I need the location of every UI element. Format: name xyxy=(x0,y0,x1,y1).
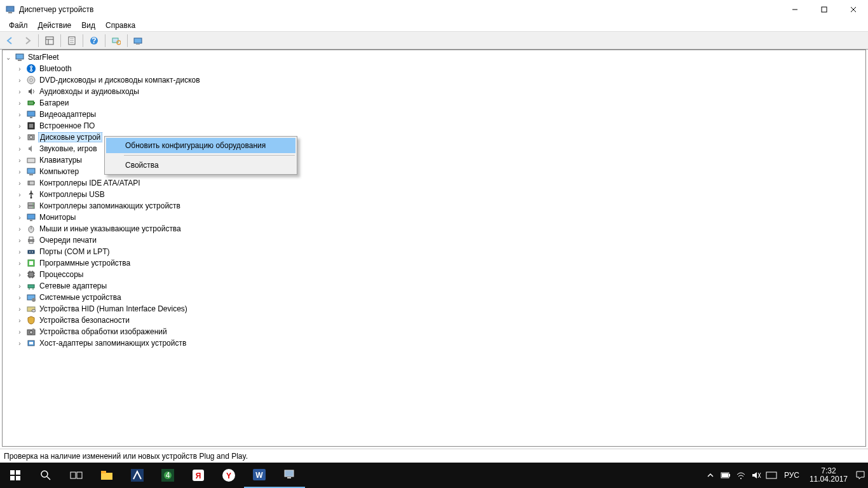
tree-category[interactable]: ›Программные устройства xyxy=(3,257,865,269)
device-tree[interactable]: ⌄StarFleet›Bluetooth›DVD-дисководы и дис… xyxy=(2,50,866,447)
chevron-right-icon[interactable]: › xyxy=(15,168,24,175)
chevron-right-icon[interactable]: › xyxy=(15,180,24,187)
tree-category[interactable]: ›Видеоадаптеры xyxy=(3,109,865,120)
tree-category[interactable]: ›Контроллеры IDE ATA/ATAPI xyxy=(3,177,865,189)
chevron-right-icon[interactable]: › xyxy=(15,294,24,301)
tray-wifi-icon[interactable] xyxy=(733,463,749,488)
forward-button[interactable] xyxy=(20,33,35,48)
chevron-right-icon[interactable]: › xyxy=(15,271,24,278)
chevron-right-icon[interactable]: › xyxy=(15,191,24,198)
taskbar-device-manager-icon[interactable] xyxy=(275,463,305,488)
scan-hardware-button[interactable] xyxy=(109,33,124,48)
tree-category[interactable]: ›Мыши и иные указывающие устройства xyxy=(3,223,865,234)
chevron-right-icon[interactable]: › xyxy=(15,306,24,313)
context-scan-hardware[interactable]: Обновить конфигурацию оборудования xyxy=(106,138,295,153)
task-view-button[interactable] xyxy=(61,463,92,488)
taskbar-app-icon[interactable]: Я xyxy=(183,463,214,488)
tree-category-label: Контроллеры запоминающих устройств xyxy=(39,201,180,210)
tree-category[interactable]: ›Устройства обработки изображений xyxy=(3,326,865,337)
svg-rect-85 xyxy=(101,471,106,473)
svg-rect-35 xyxy=(29,174,33,175)
tree-category[interactable]: ›Батареи xyxy=(3,97,865,109)
chevron-right-icon[interactable]: › xyxy=(15,283,24,290)
tree-category[interactable]: ›Процессоры xyxy=(3,269,865,280)
toolbar-separator xyxy=(127,34,128,47)
clock[interactable]: 7:32 11.04.2017 xyxy=(804,467,853,484)
svg-rect-97 xyxy=(287,477,291,478)
chevron-right-icon[interactable]: › xyxy=(15,88,24,95)
taskbar-app-icon[interactable]: 4 xyxy=(153,463,183,488)
add-legacy-hardware-button[interactable] xyxy=(131,33,146,48)
svg-point-42 xyxy=(32,207,33,207)
tray-volume-icon[interactable] xyxy=(749,463,764,488)
chevron-down-icon[interactable]: ⌄ xyxy=(4,54,13,61)
start-button[interactable] xyxy=(0,463,31,488)
svg-point-52 xyxy=(32,252,33,253)
language-indicator[interactable]: РУС xyxy=(779,471,804,480)
chevron-right-icon[interactable]: › xyxy=(15,146,24,152)
tree-category[interactable]: ›DVD-дисководы и дисководы компакт-диско… xyxy=(3,74,865,86)
chevron-right-icon[interactable]: › xyxy=(15,157,24,164)
chevron-right-icon[interactable]: › xyxy=(15,260,24,267)
menu-action[interactable]: Действие xyxy=(33,20,77,31)
tree-category[interactable]: ›Устройства безопасности xyxy=(3,315,865,326)
chevron-right-icon[interactable]: › xyxy=(15,340,24,347)
search-button[interactable] xyxy=(31,463,61,488)
chevron-right-icon[interactable]: › xyxy=(15,65,24,72)
menu-view[interactable]: Вид xyxy=(76,20,100,31)
tree-category-label: Сетевые адаптеры xyxy=(39,281,107,290)
tree-category[interactable]: ›Системные устройства xyxy=(3,292,865,303)
svg-rect-78 xyxy=(10,476,15,480)
tray-power-icon[interactable] xyxy=(718,463,733,488)
help-button[interactable]: ? xyxy=(86,33,102,48)
chevron-right-icon[interactable]: › xyxy=(15,100,24,107)
toolbar-separator xyxy=(83,34,83,47)
tree-category[interactable]: ›Аудиовходы и аудиовыходы xyxy=(3,86,865,97)
tree-category[interactable]: ›Хост-адаптеры запоминающих устройств xyxy=(3,337,865,349)
show-hide-console-tree-button[interactable] xyxy=(42,33,57,48)
cpu-icon xyxy=(26,269,36,280)
taskbar-explorer-icon[interactable] xyxy=(92,463,122,488)
chevron-right-icon[interactable]: › xyxy=(15,77,24,84)
taskbar-app-icon[interactable] xyxy=(122,463,153,488)
close-button[interactable] xyxy=(839,0,868,19)
chevron-right-icon[interactable]: › xyxy=(15,248,24,255)
tree-category[interactable]: ›Встроенное ПО xyxy=(3,120,865,132)
chevron-right-icon[interactable]: › xyxy=(15,329,24,336)
maximize-button[interactable] xyxy=(810,0,839,19)
tree-category[interactable]: ›Мониторы xyxy=(3,212,865,223)
properties-button[interactable] xyxy=(64,33,79,48)
taskbar-app-icon[interactable]: Y xyxy=(214,463,244,488)
tree-category[interactable]: ›Устройства HID (Human Interface Devices… xyxy=(3,303,865,315)
context-properties[interactable]: Свойства xyxy=(106,158,295,173)
tree-category[interactable]: ›Bluetooth xyxy=(3,63,865,74)
chevron-right-icon[interactable]: › xyxy=(15,111,24,118)
tree-category[interactable]: ›Сетевые адаптеры xyxy=(3,280,865,292)
chevron-right-icon[interactable]: › xyxy=(15,203,24,210)
chevron-right-icon[interactable]: › xyxy=(15,226,24,233)
tree-category[interactable]: ›Контроллеры USB xyxy=(3,189,865,200)
tree-root[interactable]: ⌄StarFleet xyxy=(3,51,865,63)
tree-category[interactable]: ›Контроллеры запоминающих устройств xyxy=(3,200,865,212)
chevron-right-icon[interactable]: › xyxy=(15,317,24,324)
menu-help[interactable]: Справка xyxy=(100,20,140,31)
tray-chevron-icon[interactable] xyxy=(703,463,718,488)
taskbar-word-icon[interactable]: W xyxy=(244,463,275,488)
back-button[interactable] xyxy=(3,33,18,48)
tray-keyboard-icon[interactable] xyxy=(764,463,779,488)
tree-category[interactable]: ›Порты (COM и LPT) xyxy=(3,246,865,257)
chevron-right-icon[interactable]: › xyxy=(15,214,24,221)
svg-line-81 xyxy=(47,477,50,480)
minimize-button[interactable] xyxy=(780,0,810,19)
tree-category[interactable]: ›Очереди печати xyxy=(3,234,865,246)
menu-file[interactable]: Файл xyxy=(4,20,33,31)
chevron-right-icon[interactable]: › xyxy=(15,134,24,141)
svg-rect-77 xyxy=(16,470,20,475)
svg-rect-34 xyxy=(27,168,35,173)
action-center-icon[interactable] xyxy=(853,463,868,488)
computer-icon xyxy=(15,52,25,62)
toolbar-separator xyxy=(38,34,39,47)
chevron-right-icon[interactable]: › xyxy=(15,123,24,130)
port-icon xyxy=(26,247,36,257)
chevron-right-icon[interactable]: › xyxy=(15,237,24,244)
